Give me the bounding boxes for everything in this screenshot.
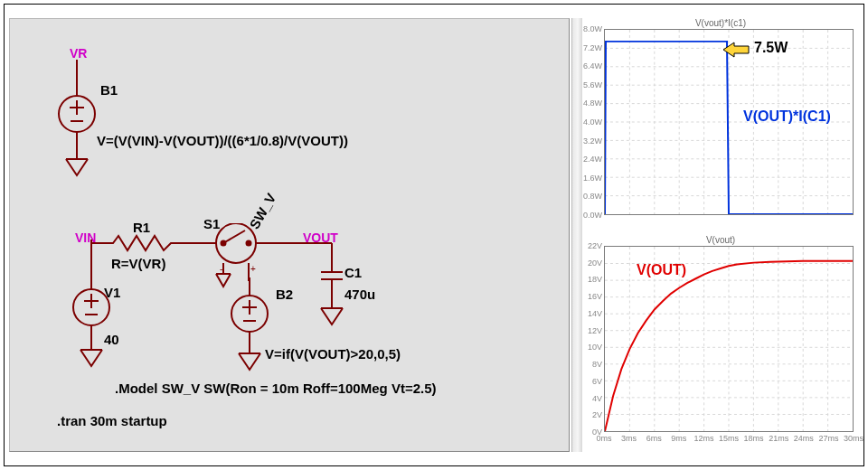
spice-model-directive: .Model SW_V SW(Ron = 10m Roff=100Meg Vt=… <box>115 381 437 396</box>
ytick: 2V <box>582 410 602 419</box>
ytick: 6V <box>582 377 602 386</box>
xtick: 18ms <box>744 434 764 443</box>
plot-power-title: V(vout)*I(c1) <box>582 18 859 28</box>
svg-line-18 <box>223 230 245 243</box>
value-c1: 470u <box>344 287 375 302</box>
ytick: 4.0W <box>582 118 602 127</box>
schematic-panel: VR B1 V=(V(VIN)-V(VOUT))/((6*1/0.8)/V(VO… <box>9 18 570 452</box>
ytick: 8.0W <box>582 24 602 33</box>
ytick: 7.2W <box>582 43 602 52</box>
ytick: 22V <box>582 241 602 250</box>
xtick: 9ms <box>671 434 686 443</box>
ytick: 0.0W <box>582 211 602 220</box>
svg-point-17 <box>247 241 251 246</box>
value-v1: 40 <box>104 332 119 347</box>
xtick: 27ms <box>818 434 838 443</box>
ytick: 1.6W <box>582 174 602 183</box>
plot-power: V(vout)*I(c1) <box>582 18 859 235</box>
value-r1: R=V(VR) <box>111 256 165 271</box>
waveform-panel: V(vout)*I(c1) <box>582 18 859 452</box>
trace-label-vout: V(OUT) <box>637 262 686 278</box>
plot-vout: V(vout) V(OUT) 0V2V4V6V8V10V12V14 <box>582 235 859 452</box>
ytick: 12V <box>582 326 602 335</box>
ytick: 8V <box>582 360 602 369</box>
xtick: 6ms <box>646 434 662 443</box>
svg-marker-56 <box>723 42 749 57</box>
arrow-icon <box>723 42 750 58</box>
value-b2: V=if(V(VOUT)>20,0,5) <box>265 346 401 362</box>
ytick: 18V <box>582 275 602 284</box>
plot-vout-title: V(vout) <box>582 235 859 245</box>
ytick: 3.2W <box>582 136 602 146</box>
svg-text:+: + <box>250 264 256 274</box>
svg-text:-: - <box>220 264 222 274</box>
ytick: 2.4W <box>582 155 602 164</box>
spice-tran-directive: .tran 30m startup <box>57 413 167 428</box>
ytick: 20V <box>582 258 602 268</box>
ytick: 4.8W <box>582 99 602 108</box>
xtick: 30ms <box>844 434 863 443</box>
xtick: 21ms <box>769 434 788 443</box>
callout-7p5w: 7.5W <box>754 40 788 56</box>
ytick: 5.6W <box>582 80 602 89</box>
trace-label-power: V(OUT)*I(C1) <box>743 108 831 125</box>
ytick: 4V <box>582 394 602 403</box>
source-v1-symbol <box>64 240 118 375</box>
ytick: 0.8W <box>582 192 602 201</box>
xtick: 0ms <box>596 434 611 443</box>
resistor-r1-symbol <box>91 232 200 254</box>
ytick: 16V <box>582 292 602 301</box>
value-b1: V=(V(VIN)-V(VOUT))/((6*1/0.8)/V(VOUT)) <box>97 133 348 148</box>
comp-label-c1: C1 <box>344 265 362 280</box>
ytick: 14V <box>582 309 602 318</box>
xtick: 24ms <box>794 434 814 443</box>
source-b2-symbol <box>222 277 277 377</box>
net-label-vr: VR <box>70 46 87 61</box>
ytick: 6.4W <box>582 61 602 70</box>
comp-label-v1: V1 <box>104 285 120 300</box>
xtick: 12ms <box>693 434 713 443</box>
ytick: 10V <box>582 343 602 352</box>
xtick: 3ms <box>621 434 637 443</box>
source-b1-symbol <box>50 60 104 186</box>
xtick: 15ms <box>719 434 739 443</box>
